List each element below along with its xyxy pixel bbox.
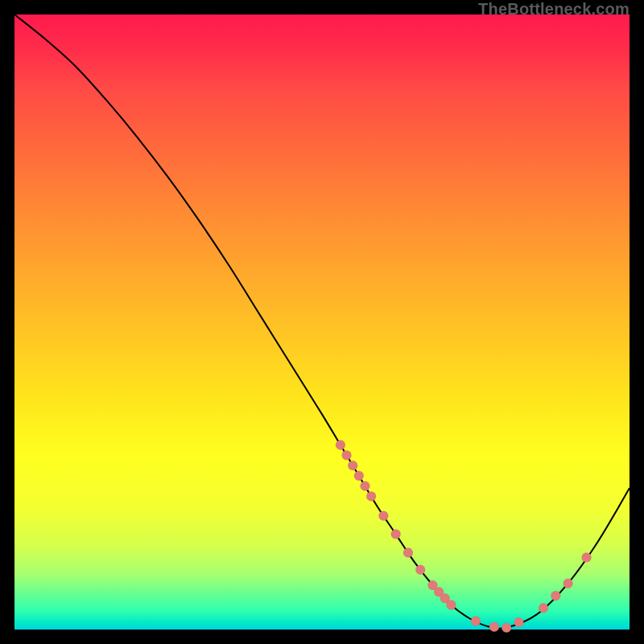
data-point	[514, 617, 523, 627]
data-point	[342, 451, 352, 460]
data-point	[348, 460, 357, 470]
data-point	[551, 591, 560, 601]
data-points	[336, 440, 592, 633]
data-point	[489, 622, 499, 632]
data-point	[403, 548, 413, 558]
data-point	[336, 440, 345, 450]
chart-plot-area	[14, 14, 630, 630]
data-point	[391, 530, 401, 539]
data-point	[446, 600, 456, 609]
data-point	[415, 565, 425, 575]
data-point	[366, 491, 376, 501]
data-point	[502, 623, 511, 633]
chart-svg	[14, 14, 630, 630]
data-point	[471, 617, 481, 626]
data-point	[582, 553, 592, 563]
data-point	[378, 511, 388, 521]
bottleneck-curve	[14, 14, 630, 629]
data-point	[354, 471, 364, 481]
watermark-text: TheBottleneck.com	[478, 0, 630, 19]
data-point	[539, 603, 548, 613]
data-point	[564, 579, 573, 588]
